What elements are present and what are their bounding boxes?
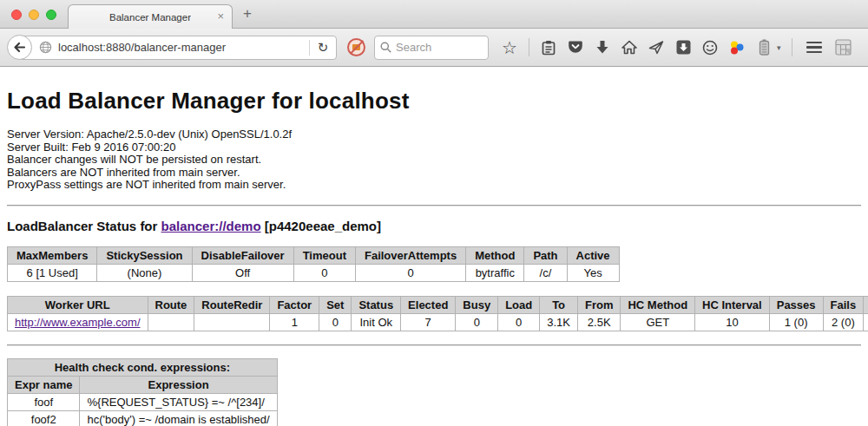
toolbar-icons: ☆ [501,38,861,57]
expr-name-value: foof2 [8,410,80,426]
feedback-smiley-icon[interactable] [701,38,719,57]
column-header: Expression [80,376,277,393]
browser-tab[interactable]: Balancer Manager × [68,4,233,29]
column-header: MaxMembers [8,246,97,264]
column-header: RouteRedir [194,296,270,313]
video-download-icon[interactable] [674,38,692,57]
tab-close-icon[interactable]: × [217,10,224,22]
pocket-icon[interactable] [567,38,584,57]
table-header-row: Expr name Expression [8,376,278,393]
server-info: Server Version: Apache/2.5.0-dev (Unix) … [7,128,861,192]
table-row: 6 [1 Used] (None) Off 0 0 bytraffic /c/ … [8,264,620,281]
navigation-toolbar: localhost:8880/balancer-manager ↻ ☆ [0,29,868,67]
reading-list-icon[interactable] [540,38,557,57]
close-window-button[interactable] [11,10,22,20]
battery-extension-icon[interactable] [755,38,773,57]
back-arrow-icon [13,41,26,54]
url-bar[interactable]: localhost:8880/balancer-manager ↻ [19,36,337,60]
search-bar[interactable] [374,36,489,60]
new-tab-button[interactable]: + [243,5,252,23]
column-header: Active [567,246,619,264]
column-header: FailoverAttempts [355,246,465,264]
column-header: Load [498,296,540,313]
search-input[interactable] [396,41,474,54]
url-text: localhost:8880/balancer-manager [58,41,309,54]
column-header: Method [466,246,524,264]
active-value: Yes [567,264,619,281]
search-icon [380,42,391,53]
worker-url-link[interactable]: http://www.example.com/ [15,316,141,329]
column-header: Path [524,246,567,264]
hc-uri-value [864,313,868,331]
tab-title: Balancer Manager [109,12,191,23]
worker-table: Worker URL Route RouteRedir Factor Set S… [7,296,868,331]
status-value: Init Ok [352,313,401,331]
table-header-row: MaxMembers StickySession DisableFailover… [8,246,620,264]
column-header: Elected [401,296,456,313]
hc-interval-value: 10 [695,313,770,331]
balancer-settings-table: MaxMembers StickySession DisableFailover… [7,246,620,282]
column-header: To [540,296,578,313]
status-heading-suffix: [p4420eeae_demo] [261,219,381,233]
column-header: StickySession [97,246,192,264]
sticky-session-value: (None) [97,264,192,281]
column-header: Worker URL [8,296,148,313]
failover-attempts-value: 0 [355,264,465,281]
page-content: Load Balancer Manager for localhost Serv… [0,67,868,425]
elected-value: 7 [401,313,456,331]
menu-hamburger-icon[interactable] [806,42,822,54]
column-header: Status [352,296,401,313]
table-header-row: Worker URL Route RouteRedir Factor Set S… [8,296,868,313]
expr-name-value: foof [8,393,80,410]
zoom-window-button[interactable] [46,10,56,20]
minimize-window-button[interactable] [29,10,39,20]
worker-row: http://www.example.com/ 1 0 Init Ok 7 0 … [8,313,868,331]
table-title-row: Health check cond. expressions: [8,358,278,376]
table-row: foof %{REQUEST_STATUS} =~ /^[234]/ [8,393,278,410]
window-titlebar: Balancer Manager × + [0,0,868,29]
reload-icon[interactable]: ↻ [310,40,336,56]
column-header: Route [148,296,194,313]
expression-value: hc('body') =~ /domain is established/ [80,410,277,426]
home-icon[interactable] [621,38,638,57]
grid-extension-icon[interactable] [835,38,852,57]
bookmark-star-icon[interactable]: ☆ [501,38,518,57]
column-header: Factor [270,296,319,313]
set-value: 0 [319,313,352,331]
colored-dots-extension-icon[interactable] [728,38,746,57]
hc-method-value: GET [621,313,695,331]
balancer-status-heading: LoadBalancer Status for balancer://demo … [7,219,861,233]
busy-value: 0 [456,313,498,331]
from-value: 2.5K [577,313,621,331]
max-members-value: 6 [1 Used] [8,264,97,281]
disable-failover-value: Off [192,264,293,281]
page-title: Load Balancer Manager for localhost [7,67,861,115]
worker-url-cell: http://www.example.com/ [8,313,148,331]
section-divider [7,205,861,206]
downloads-icon[interactable] [594,38,611,57]
column-header: Busy [456,296,498,313]
column-header: DisableFailover [192,246,293,264]
method-value: bytraffic [466,264,524,281]
column-header: Expr name [8,376,80,393]
share-icon[interactable] [648,38,665,57]
column-header: HC uri [864,296,868,313]
toolbar-divider [529,38,529,56]
toolbar-divider [792,38,792,56]
column-header: Fails [823,296,864,313]
route-redir-value [194,313,270,331]
to-value: 3.1K [540,313,578,331]
server-built-line: Server Built: Feb 9 2016 07:00:20 [7,141,861,154]
back-button[interactable] [7,35,32,60]
globe-icon [39,41,52,54]
status-heading-prefix: LoadBalancer Status for [7,219,161,233]
plugin-blocked-icon[interactable] [347,38,365,56]
overflow-caret-icon[interactable]: ▾ [777,43,781,52]
health-check-table: Health check cond. expressions: Expr nam… [7,358,278,426]
column-header: Passes [769,296,823,313]
expression-value: %{REQUEST_STATUS} =~ /^[234]/ [80,393,277,410]
path-value: /c/ [524,264,567,281]
persist-warning-line: Balancer changes will NOT be persisted o… [7,154,861,167]
table-row: foof2 hc('body') =~ /domain is establish… [8,410,278,426]
balancer-link[interactable]: balancer://demo [161,219,261,233]
